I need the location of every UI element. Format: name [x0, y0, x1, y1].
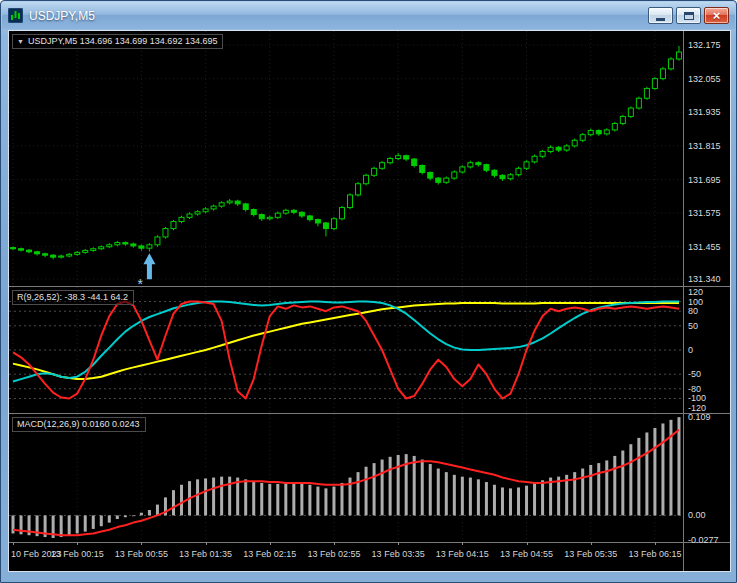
oscillator-axis-label: -80	[688, 384, 701, 394]
oscillator-axis-label: -100	[688, 393, 706, 403]
close-button[interactable]: ×	[704, 7, 729, 24]
time-axis-label: 13 Feb 04:55	[500, 549, 553, 559]
price-axis-label: 131.815	[688, 141, 721, 151]
main-chart-panel[interactable]: * ▼ USDJPY,M5 134.696 134.699 134.692 13…	[9, 31, 683, 286]
candles	[11, 46, 682, 260]
time-tick	[334, 542, 335, 545]
time-axis-label: 13 Feb 05:35	[564, 549, 617, 559]
star-marker-icon: *	[137, 276, 143, 286]
oscillator-axis-label: 80	[688, 306, 698, 316]
oscillator-axis-label: 50	[688, 321, 698, 331]
buy-arrow-annotation[interactable]: *	[137, 253, 155, 286]
price-axis-label: 131.575	[688, 208, 721, 218]
close-icon: ×	[713, 8, 721, 23]
macd-axis-label: 0.00	[688, 510, 706, 520]
oscillator-axis-label: -50	[688, 369, 701, 379]
price-grid	[9, 45, 683, 279]
up-arrow-icon	[143, 253, 155, 279]
maximize-icon	[684, 12, 694, 20]
macd-signal-line	[13, 430, 679, 535]
price-axis-label: 132.055	[688, 74, 721, 84]
oscillator-label-text: R(9,26,52): -38.3 -44.1 64.2	[17, 292, 128, 302]
window-icon chart-icon	[8, 8, 23, 23]
titlebar[interactable]: USDJPY,M5 ×	[2, 2, 735, 29]
oscillator-canvas[interactable]	[9, 287, 683, 413]
oscillator-label: R(9,26,52): -38.3 -44.1 64.2	[12, 290, 134, 305]
time-tick	[591, 542, 592, 545]
oscillator-line-slow	[13, 303, 679, 379]
macd-label-text: MACD(12,26,9) 0.0160 0.0243	[17, 419, 140, 429]
ohlc-text: USDJPY,M5 134.696 134.699 134.692 134.69…	[28, 36, 217, 46]
time-axis-label: 13 Feb 04:15	[436, 549, 489, 559]
price-axis-label: 131.455	[688, 242, 721, 252]
time-axis-label: 13 Feb 02:55	[307, 549, 360, 559]
oscillator-axis-label: 120	[688, 287, 703, 297]
minimize-button[interactable]	[648, 7, 673, 24]
time-axis-label: 13 Feb 00:15	[51, 549, 104, 559]
time-tick	[77, 542, 78, 545]
price-axis-label: 131.695	[688, 175, 721, 185]
price-scale[interactable]: 132.175132.055131.935131.815131.695131.5…	[684, 31, 730, 571]
oscillator-axis-label: 100	[688, 297, 703, 307]
time-tick	[398, 542, 399, 545]
price-axis-label: 131.340	[688, 274, 721, 284]
time-axis-label: 13 Feb 02:15	[243, 549, 296, 559]
price-axis-label: 131.935	[688, 107, 721, 117]
symbol-dropdown-icon[interactable]: ▼	[17, 38, 24, 45]
time-tick	[206, 542, 207, 545]
maximize-button[interactable]	[676, 7, 701, 24]
main-chart-canvas[interactable]: *	[9, 31, 683, 286]
time-axis-label: 13 Feb 00:55	[115, 549, 168, 559]
macd-axis-label: 0.109	[688, 412, 711, 422]
time-tick	[462, 542, 463, 545]
time-axis-label: 13 Feb 03:35	[372, 549, 425, 559]
time-tick	[13, 542, 14, 545]
indicator-panel-oscillator[interactable]: R(9,26,52): -38.3 -44.1 64.2	[9, 287, 683, 413]
oscillator-line-medium	[13, 302, 679, 382]
indicator-panel-macd[interactable]: MACD(12,26,9) 0.0160 0.0243	[9, 414, 683, 542]
time-tick	[141, 542, 142, 545]
window-title: USDJPY,M5	[29, 9, 95, 23]
time-axis-label: 13 Feb 06:15	[628, 549, 681, 559]
price-axis-label: 132.175	[688, 40, 721, 50]
time-axis[interactable]: 10 Feb 202313 Feb 00:1513 Feb 00:5513 Fe…	[9, 542, 683, 571]
time-axis-label: 13 Feb 01:35	[179, 549, 232, 559]
macd-axis-label: -0.0277	[688, 535, 719, 545]
oscillator-axis-label: 0	[688, 345, 693, 355]
chart-window: USDJPY,M5 × * ▼ USDJPY,M5 134.696 134.69…	[0, 0, 737, 583]
minimize-icon	[656, 18, 665, 21]
macd-label: MACD(12,26,9) 0.0160 0.0243	[12, 417, 146, 432]
macd-canvas[interactable]	[9, 414, 683, 542]
chart-client-area: * ▼ USDJPY,M5 134.696 134.699 134.692 13…	[9, 31, 730, 571]
time-tick	[527, 542, 528, 545]
time-tick	[270, 542, 271, 545]
main-chart-label: ▼ USDJPY,M5 134.696 134.699 134.692 134.…	[12, 34, 223, 49]
time-tick	[655, 542, 656, 545]
